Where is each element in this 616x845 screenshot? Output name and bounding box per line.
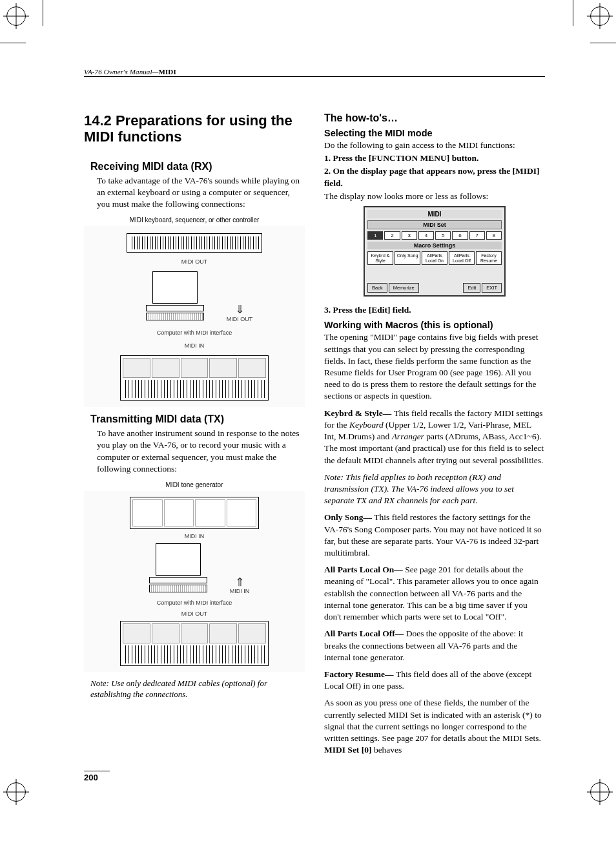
tx-note: Note: Use only dedicated MIDI cables (op… <box>84 678 305 700</box>
screen-macro-btn: Keybrd & Style <box>367 251 393 265</box>
tx-fig-caption: MIDI tone generator <box>84 481 305 488</box>
screen-num: 7 <box>469 231 485 240</box>
screen-num: 1 <box>367 231 383 240</box>
arrow-down-icon: ⇓ <box>235 304 245 315</box>
tone-generator-icon <box>130 497 259 529</box>
reg-mark-icon <box>590 6 610 26</box>
rx-heading: Receiving MIDI data (RX) <box>84 161 305 172</box>
computer-icon <box>136 271 214 323</box>
screen-num: 2 <box>384 231 400 240</box>
page-header: VA-76 Owner's Manual—MIDI <box>84 68 545 77</box>
select-intro: Do the following to gain access to the M… <box>324 140 545 151</box>
screen-title: MIDI <box>367 210 502 218</box>
macro-local-on: All Parts Local On— See page 201 for det… <box>324 564 545 623</box>
macro-keybrd-style: Keybrd & Style— This field recalls the f… <box>324 408 545 466</box>
midi-in-label: MIDI IN <box>185 532 205 540</box>
screen-macro-btn: Factory Resume <box>476 251 502 265</box>
screen-macro-row: Keybrd & Style Only Song AllParts Local … <box>367 251 502 265</box>
screen-macro-label: Macro Settings <box>367 242 502 249</box>
step-1: 1. Press the [FUNCTION MENU] button. <box>324 152 545 164</box>
macro-local-off: All Parts Local Off— Does the opposite o… <box>324 628 545 663</box>
tx-heading: Transmitting MIDI data (TX) <box>84 413 305 425</box>
screen-num: 4 <box>418 231 434 240</box>
header-product: VA-76 Owner's Manual <box>84 68 152 76</box>
tx-figure: MIDI tone generator MIDI IN ⇓ MIDI IN Co… <box>84 481 305 672</box>
fig-computer-label: Computer with MIDI interface <box>157 599 232 607</box>
screen-num-row: 1 2 3 4 5 6 7 8 <box>367 231 502 240</box>
header-section: MIDI <box>158 68 176 76</box>
screen-num: 6 <box>452 231 467 240</box>
crop-mark-icon <box>573 0 573 26</box>
crop-mark-icon <box>43 0 43 26</box>
va76-keyboard-icon <box>120 621 269 666</box>
macro-factory-resume: Factory Resume— This field does all of t… <box>324 669 545 692</box>
midi-in-label: MIDI IN <box>230 587 250 595</box>
select-mode-heading: Selecting the MIDI mode <box>324 128 545 138</box>
midi-in-label: MIDI IN <box>185 342 205 349</box>
step-3: 3. Press the [Edit] field. <box>324 304 545 316</box>
screen-num: 5 <box>435 231 451 240</box>
crop-mark-icon <box>0 43 26 43</box>
macro-only-song: Only Song— This field restores the facto… <box>324 512 545 559</box>
reg-mark-icon <box>6 6 26 26</box>
midi-out-label: MIDI OUT <box>227 315 253 323</box>
screen-set-label: MIDI Set <box>367 220 502 229</box>
crop-mark-icon <box>590 43 616 43</box>
rx-fig-caption: MIDI keyboard, sequencer, or other contr… <box>84 216 305 224</box>
screen-bottom-row: Back Memorize Edit EXIT <box>367 283 502 293</box>
screen-exit-btn: EXIT <box>482 283 502 293</box>
screen-num: 3 <box>402 231 417 240</box>
rx-diagram: MIDI OUT ⇓ MIDI OUT Computer with MIDI i… <box>84 226 305 407</box>
fig-computer-label: Computer with MIDI interface <box>157 329 232 337</box>
screen-num: 8 <box>486 231 502 240</box>
midi-keyboard-icon <box>127 233 262 253</box>
right-column: The how-to's… Selecting the MIDI mode Do… <box>324 112 545 762</box>
section-title: 14.2 Preparations for using the MIDI fun… <box>84 112 305 145</box>
step-2: 2. On the display page that appears now,… <box>324 165 545 189</box>
screen-macro-btn: AllParts Local Off <box>449 251 475 265</box>
screen-memorize-btn: Memorize <box>389 283 419 293</box>
midi-out-label: MIDI OUT <box>181 258 208 266</box>
va76-keyboard-icon <box>120 355 269 401</box>
tx-body: To have another instrument sound in resp… <box>84 428 305 475</box>
rx-figure: MIDI keyboard, sequencer, or other contr… <box>84 216 305 407</box>
left-column: 14.2 Preparations for using the MIDI fun… <box>84 112 305 762</box>
macros-heading: Working with Macros (this is optional) <box>324 320 545 330</box>
computer-icon <box>139 543 217 595</box>
rx-body: To take advantage of the VA-76's sounds … <box>84 175 305 211</box>
reg-mark-icon <box>6 782 26 802</box>
macros-intro: The opening "MIDI" page contains five bi… <box>324 331 545 402</box>
screen-macro-btn: AllParts Local On <box>422 251 447 265</box>
screen-macro-btn: Only Song <box>395 251 420 265</box>
macro-1-note: Note: This field applies to both recepti… <box>324 472 545 507</box>
midi-screen: MIDI MIDI Set 1 2 3 4 5 6 7 8 Macro Sett… <box>364 206 506 297</box>
arrow-up-icon: ⇓ <box>235 576 245 587</box>
page-number: 200 <box>84 771 110 782</box>
screen-back-btn: Back <box>367 283 387 293</box>
reg-mark-icon <box>590 782 610 802</box>
tx-diagram: MIDI IN ⇓ MIDI IN Computer with MIDI int… <box>84 491 305 672</box>
step-2-after: The display now looks more or less as fo… <box>324 191 545 202</box>
howto-heading: The how-to's… <box>324 112 545 124</box>
midi-out-label: MIDI OUT <box>181 610 208 618</box>
screen-edit-btn: Edit <box>463 283 480 293</box>
closing-paragraph: As soon as you press one of these fields… <box>324 697 545 756</box>
